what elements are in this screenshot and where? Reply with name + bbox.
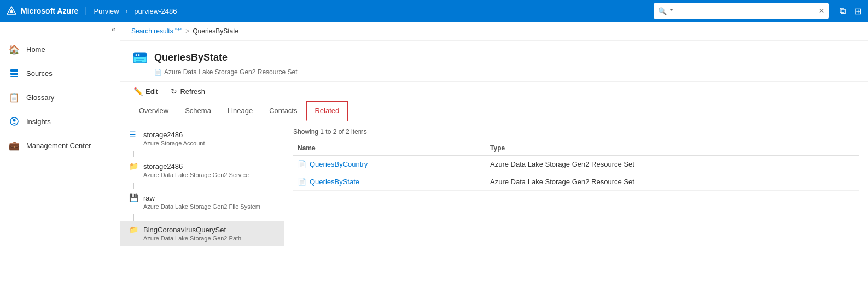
tab-lineage-label: Lineage bbox=[228, 107, 253, 115]
azure-logo-icon bbox=[7, 6, 16, 16]
lineage-item-storage-service[interactable]: 📁 storage2486 Azure Data Lake Storage Ge… bbox=[120, 157, 284, 183]
lineage-item-storage-account-header: ☰ storage2486 bbox=[129, 130, 275, 139]
storage-account-icon: ☰ bbox=[129, 130, 139, 139]
asset-type-icon bbox=[131, 49, 149, 66]
column-type-header: Type bbox=[486, 141, 859, 156]
related-panel: Showing 1 to 2 of 2 items Name Type 📄 bbox=[284, 121, 868, 288]
breadcrumb-current: QueriesByState bbox=[193, 27, 238, 35]
lineage-connector-3 bbox=[133, 214, 134, 221]
tabs-bar: Overview Schema Lineage Contacts Related bbox=[120, 101, 868, 121]
lineage-item-storage-service-type: Azure Data Lake Storage Gen2 Service bbox=[143, 172, 275, 178]
sidebar-item-insights[interactable]: Insights bbox=[0, 109, 120, 133]
lineage-item-raw-header: 💾 raw bbox=[129, 193, 275, 202]
sidebar-collapse-section: « bbox=[0, 22, 120, 37]
row2-name-cell: 📄 QueriesByState bbox=[293, 173, 486, 191]
search-clear-icon[interactable]: ✕ bbox=[819, 7, 824, 15]
lineage-item-storage-account[interactable]: ☰ storage2486 Azure Storage Account bbox=[120, 126, 284, 151]
window-restore-icon[interactable]: ⧉ bbox=[840, 6, 846, 16]
edit-button[interactable]: ✏️ Edit bbox=[131, 85, 160, 97]
related-table-header: Name Type bbox=[293, 141, 859, 156]
tab-schema[interactable]: Schema bbox=[177, 101, 219, 121]
brand-logo: Microsoft Azure bbox=[7, 6, 78, 16]
grid-menu-icon[interactable]: ⊞ bbox=[854, 6, 861, 16]
breadcrumb-search-link[interactable]: Search results "*" bbox=[131, 27, 182, 35]
tab-overview-label: Overview bbox=[139, 107, 168, 115]
nav-instance: purview-2486 bbox=[134, 7, 177, 15]
related-table: Name Type 📄 QueriesByCountry bbox=[293, 141, 859, 191]
top-nav-icons: ⧉ ⊞ bbox=[840, 6, 861, 16]
lineage-item-bing-type: Azure Data Lake Storage Gen2 Path bbox=[143, 235, 275, 242]
content-area: Search results "*" > QueriesByState Que bbox=[120, 22, 868, 288]
lineage-item-bing[interactable]: 📁 BingCoronavirusQuerySet Azure Data Lak… bbox=[120, 221, 284, 246]
sources-icon bbox=[9, 68, 20, 79]
management-icon: 💼 bbox=[9, 140, 20, 151]
row1-name: QueriesByCountry bbox=[310, 160, 368, 168]
edit-label: Edit bbox=[145, 87, 158, 96]
sidebar-item-glossary-label: Glossary bbox=[26, 93, 54, 102]
bing-queryset-icon: 📁 bbox=[129, 225, 139, 234]
svg-rect-2 bbox=[10, 69, 18, 72]
asset-subtitle-icon: 📄 bbox=[154, 69, 162, 76]
related-table-body: 📄 QueriesByCountry Azure Data Lake Stora… bbox=[293, 156, 859, 191]
table-row: 📄 QueriesByState Azure Data Lake Storage… bbox=[293, 173, 859, 191]
lineage-item-bing-name: BingCoronavirusQuerySet bbox=[143, 226, 226, 234]
lineage-item-storage-service-header: 📁 storage2486 bbox=[129, 162, 275, 171]
asset-title: QueriesByState bbox=[154, 52, 228, 63]
sidebar-collapse-button[interactable]: « bbox=[112, 25, 115, 33]
lineage-item-raw-name: raw bbox=[143, 194, 155, 202]
row2-type-cell: Azure Data Lake Storage Gen2 Resource Se… bbox=[486, 173, 859, 191]
sidebar-item-home[interactable]: 🏠 Home bbox=[0, 37, 120, 61]
column-name-header: Name bbox=[293, 141, 486, 156]
lineage-item-raw[interactable]: 💾 raw Azure Data Lake Storage Gen2 File … bbox=[120, 189, 284, 214]
global-search-box[interactable]: 🔍 ✕ bbox=[654, 3, 829, 19]
lineage-connector-2 bbox=[133, 183, 134, 189]
row1-name-cell: 📄 QueriesByCountry bbox=[293, 156, 486, 173]
svg-point-9 bbox=[136, 54, 137, 56]
tab-lineage[interactable]: Lineage bbox=[220, 101, 260, 121]
insights-icon bbox=[9, 116, 20, 127]
table-row: 📄 QueriesByCountry Azure Data Lake Stora… bbox=[293, 156, 859, 173]
tab-contacts[interactable]: Contacts bbox=[261, 101, 305, 121]
svg-rect-4 bbox=[10, 76, 18, 77]
purview-label: Purview bbox=[94, 7, 119, 15]
home-icon: 🏠 bbox=[9, 44, 20, 55]
refresh-button[interactable]: ↻ Refresh bbox=[168, 85, 207, 97]
sidebar-item-glossary[interactable]: 📋 Glossary bbox=[0, 85, 120, 109]
related-count: Showing 1 to 2 of 2 items bbox=[293, 128, 859, 136]
tab-related[interactable]: Related bbox=[306, 101, 348, 121]
lineage-item-bing-header: 📁 BingCoronavirusQuerySet bbox=[129, 225, 275, 234]
lineage-tree-panel: ☰ storage2486 Azure Storage Account 📁 st… bbox=[120, 121, 284, 288]
lineage-item-storage-service-name: storage2486 bbox=[143, 162, 183, 171]
refresh-label: Refresh bbox=[180, 87, 205, 96]
row1-name-link[interactable]: 📄 QueriesByCountry bbox=[298, 160, 481, 168]
tab-schema-label: Schema bbox=[185, 107, 211, 115]
sidebar-item-sources-label: Sources bbox=[26, 69, 53, 78]
edit-icon: ✏️ bbox=[133, 87, 143, 96]
svg-rect-3 bbox=[10, 73, 18, 75]
raw-icon: 💾 bbox=[129, 193, 139, 202]
svg-point-6 bbox=[13, 119, 16, 122]
lineage-item-storage-account-name: storage2486 bbox=[143, 131, 183, 139]
search-input[interactable] bbox=[670, 7, 815, 15]
main-layout: « 🏠 Home Sources 📋 Glossary bbox=[0, 22, 868, 288]
row1-type-cell: Azure Data Lake Storage Gen2 Resource Se… bbox=[486, 156, 859, 173]
row2-name-link[interactable]: 📄 QueriesByState bbox=[298, 178, 481, 186]
sidebar-item-management[interactable]: 💼 Management Center bbox=[0, 133, 120, 157]
insights-svg-icon bbox=[9, 116, 19, 126]
sidebar-item-sources[interactable]: Sources bbox=[0, 61, 120, 85]
search-icon: 🔍 bbox=[658, 7, 667, 15]
nav-separator: | bbox=[85, 6, 87, 16]
tab-related-label: Related bbox=[314, 107, 339, 115]
asset-subtitle: 📄 Azure Data Lake Storage Gen2 Resource … bbox=[154, 68, 857, 76]
brand-name: Microsoft Azure bbox=[21, 7, 78, 15]
data-lake-icon bbox=[131, 49, 149, 66]
sidebar: « 🏠 Home Sources 📋 Glossary bbox=[0, 22, 120, 288]
asset-subtitle-text: Azure Data Lake Storage Gen2 Resource Se… bbox=[164, 68, 297, 76]
asset-title-row: QueriesByState bbox=[131, 49, 857, 66]
storage-service-icon: 📁 bbox=[129, 162, 139, 171]
top-nav: Microsoft Azure | Purview › purview-2486… bbox=[0, 0, 868, 22]
breadcrumb-separator: > bbox=[185, 27, 189, 35]
lineage-connector-1 bbox=[133, 151, 134, 157]
tab-overview[interactable]: Overview bbox=[131, 101, 176, 121]
refresh-icon: ↻ bbox=[171, 87, 177, 96]
